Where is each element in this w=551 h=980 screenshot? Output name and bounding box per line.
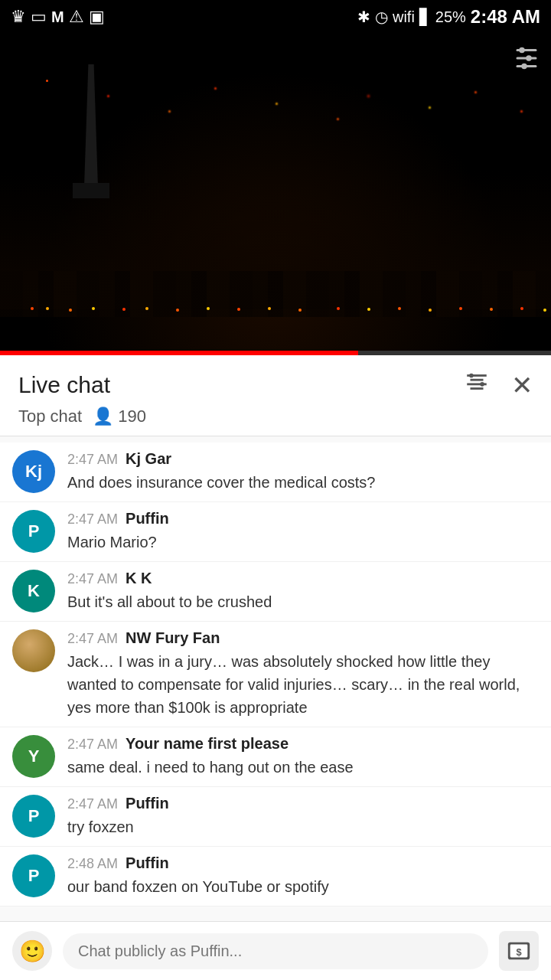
chat-message: Y 2:47 AM Your name first please same de… <box>0 727 551 787</box>
message-meta: 2:47 AM K K <box>67 570 536 587</box>
chat-header-row1: Live chat ✕ <box>18 369 533 400</box>
avatar: P <box>12 795 55 838</box>
message-body: 2:47 AM Puffin Mario Mario? <box>67 510 536 554</box>
svg-point-3 <box>519 47 525 54</box>
message-author: Kj Gar <box>126 450 171 468</box>
signal-icon: ▋ <box>419 8 431 26</box>
avatar: P <box>12 854 55 897</box>
status-left: ♛ ▭ M ⚠ ▣ <box>11 7 105 27</box>
video-settings-icon[interactable] <box>513 44 540 77</box>
monument <box>84 64 98 187</box>
alarm-icon: ◷ <box>375 8 388 26</box>
chat-header-row2: Top chat 👤 190 <box>18 407 533 436</box>
viewer-count-number: 190 <box>118 407 146 426</box>
bluetooth-icon: ✱ <box>357 8 370 26</box>
message-meta: 2:47 AM NW Fury Fan <box>67 629 536 647</box>
emoji-button[interactable]: 🙂 <box>12 931 52 971</box>
superchat-button[interactable]: $ <box>499 931 539 971</box>
top-chat-label: Top chat <box>18 407 82 426</box>
chat-header: Live chat ✕ Top chat 👤 190 <box>0 355 551 436</box>
svg-point-5 <box>521 64 527 70</box>
message-author: K K <box>126 570 152 587</box>
svg-point-4 <box>526 55 532 61</box>
message-meta: 2:47 AM Kj Gar <box>67 450 536 468</box>
viewer-icon: 👤 <box>93 407 113 426</box>
message-text: try foxzen <box>67 815 536 838</box>
live-chat-title: Live chat <box>18 372 110 398</box>
avatar: P <box>12 510 55 553</box>
message-author: Puffin <box>126 795 169 812</box>
message-meta: 2:47 AM Puffin <box>67 510 536 528</box>
chat-header-icons: ✕ <box>464 369 533 400</box>
message-text: our band foxzen on YouTube or spotify <box>67 875 536 898</box>
chat-message: P 2:47 AM Puffin Mario Mario? <box>0 502 551 562</box>
monument-base <box>73 183 109 198</box>
message-body: 2:47 AM K K But it's all about to be cru… <box>67 570 536 613</box>
video-progress-fill <box>0 351 358 355</box>
avatar: Y <box>12 735 55 778</box>
chat-message: P 2:47 AM Puffin try foxzen <box>0 787 551 847</box>
message-body: 2:47 AM Kj Gar And does insurance cover … <box>67 450 536 494</box>
chat-message: Kj 2:47 AM Kj Gar And does insurance cov… <box>0 443 551 502</box>
svg-point-10 <box>469 374 474 378</box>
message-body: 2:47 AM Puffin try foxzen <box>67 795 536 838</box>
close-icon[interactable]: ✕ <box>511 370 533 400</box>
folder-icon: ▭ <box>31 7 47 27</box>
message-text: Jack… I was in a jury… was absolutely sh… <box>67 650 536 719</box>
chat-message: K 2:47 AM K K But it's all about to be c… <box>0 562 551 622</box>
wifi-icon: wifi <box>393 8 415 26</box>
message-time: 2:47 AM <box>67 571 118 587</box>
message-body: 2:48 AM Puffin our band foxzen on YouTub… <box>67 854 536 898</box>
message-time: 2:47 AM <box>67 737 118 753</box>
video-background <box>0 34 551 355</box>
status-bar: ♛ ▭ M ⚠ ▣ ✱ ◷ wifi ▋ 25% 2:48 AM <box>0 0 551 34</box>
video-player[interactable] <box>0 34 551 355</box>
message-body: 2:47 AM NW Fury Fan Jack… I was in a jur… <box>67 629 536 719</box>
filter-icon[interactable] <box>464 369 490 400</box>
avatar: K <box>12 570 55 612</box>
crown-icon: ♛ <box>11 7 26 27</box>
message-time: 2:48 AM <box>67 856 118 872</box>
message-meta: 2:47 AM Puffin <box>67 795 536 812</box>
message-author: Puffin <box>126 510 169 528</box>
message-author: Puffin <box>126 854 169 872</box>
avatar: Kj <box>12 450 55 493</box>
status-time: 2:48 AM <box>471 6 540 28</box>
chat-input[interactable] <box>63 933 488 969</box>
svg-text:$: $ <box>516 946 521 958</box>
chat-message: P 2:48 AM Puffin our band foxzen on YouT… <box>0 847 551 906</box>
chat-messages-list: Kj 2:47 AM Kj Gar And does insurance cov… <box>0 436 551 975</box>
svg-point-11 <box>480 382 484 387</box>
message-author: NW Fury Fan <box>126 629 220 647</box>
message-author: Your name first please <box>126 735 289 753</box>
video-progress-bar[interactable] <box>0 351 551 355</box>
message-time: 2:47 AM <box>67 796 118 812</box>
m-icon: M <box>51 8 64 26</box>
message-time: 2:47 AM <box>67 452 118 468</box>
message-time: 2:47 AM <box>67 631 118 647</box>
chat-input-area: 🙂 $ <box>0 921 551 980</box>
warning-icon: ⚠ <box>69 7 84 27</box>
message-time: 2:47 AM <box>67 511 118 528</box>
chat-message: 2:47 AM NW Fury Fan Jack… I was in a jur… <box>0 622 551 727</box>
avatar <box>12 629 55 672</box>
message-text: But it's all about to be crushed <box>67 590 536 613</box>
message-meta: 2:47 AM Your name first please <box>67 735 536 753</box>
battery-text: 25% <box>435 8 466 26</box>
message-meta: 2:48 AM Puffin <box>67 854 536 872</box>
message-text: And does insurance cover the medical cos… <box>67 471 536 494</box>
message-body: 2:47 AM Your name first please same deal… <box>67 735 536 779</box>
image-icon: ▣ <box>89 7 105 27</box>
viewer-count: 👤 190 <box>93 407 146 426</box>
status-right: ✱ ◷ wifi ▋ 25% 2:48 AM <box>357 6 540 28</box>
message-text: same deal. i need to hang out on the eas… <box>67 756 536 779</box>
message-text: Mario Mario? <box>67 531 536 554</box>
